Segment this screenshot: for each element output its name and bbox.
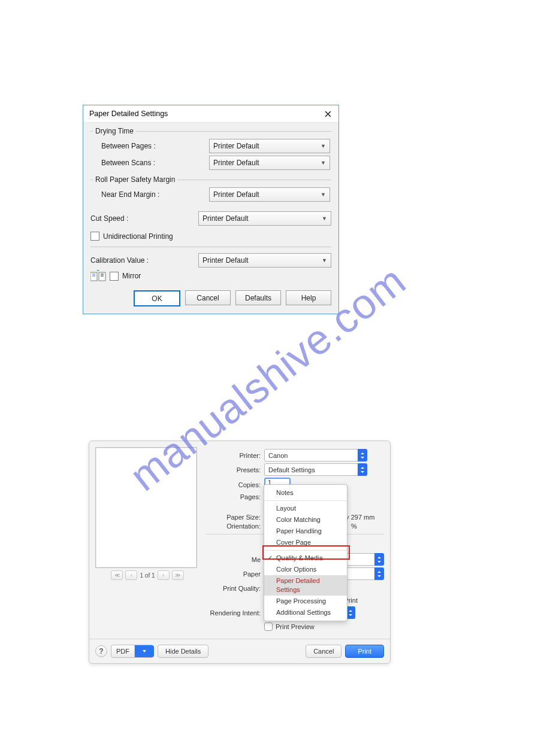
menu-item-page-processing[interactable]: Page Processing xyxy=(264,596,347,607)
printer-value: Canon xyxy=(268,452,288,459)
updown-icon xyxy=(358,449,367,462)
menu-item-cover-page[interactable]: Cover Page xyxy=(264,537,347,548)
unidirectional-label: Unidirectional Printing xyxy=(103,232,173,241)
print-preview-thumbnail xyxy=(95,447,197,568)
close-icon xyxy=(325,111,331,117)
roll-paper-legend: Roll Paper Safety Margin xyxy=(93,175,177,184)
menu-item-color-matching[interactable]: Color Matching xyxy=(264,514,347,526)
nav-first-button[interactable]: ≪ xyxy=(111,570,123,580)
orientation-label: Orientation: xyxy=(205,523,264,530)
svg-rect-0 xyxy=(90,272,97,281)
defaults-button[interactable]: Defaults xyxy=(235,290,281,305)
media-label: Me xyxy=(205,556,264,563)
quality-label: Print Quality: xyxy=(205,585,264,592)
copies-label: Copies: xyxy=(205,481,264,488)
updown-icon xyxy=(374,553,384,566)
mirror-icon xyxy=(90,270,106,282)
chevron-down-icon: ▼ xyxy=(321,143,326,149)
svg-rect-1 xyxy=(99,272,105,281)
preview-page-nav: ≪ ‹ 1 of 1 › ≫ xyxy=(95,570,200,580)
help-button[interactable]: Help xyxy=(286,290,331,305)
chevron-down-icon: ▼ xyxy=(322,257,327,263)
unidirectional-checkbox[interactable] xyxy=(90,232,99,241)
papersource-label: Paper xyxy=(205,570,264,578)
between-scans-label: Between Scans : xyxy=(92,159,209,167)
print-preview-label: Print Preview xyxy=(276,623,315,630)
menu-item-additional[interactable]: Additional Settings xyxy=(264,607,347,618)
print-preview-checkbox[interactable] xyxy=(264,623,273,631)
chevron-down-icon xyxy=(134,645,154,657)
near-end-margin-combo[interactable]: Printer Default ▼ xyxy=(209,187,330,202)
between-scans-value: Printer Default xyxy=(213,159,259,167)
near-end-margin-value: Printer Default xyxy=(213,190,259,199)
print-button[interactable]: Print xyxy=(345,645,384,658)
panel-dropdown-menu: Notes Layout Color Matching Paper Handli… xyxy=(264,484,347,621)
menu-item-paper-detailed[interactable]: Paper Detailed Settings xyxy=(264,575,347,596)
calibration-combo[interactable]: Printer Default ▼ xyxy=(198,253,331,268)
updown-icon xyxy=(374,567,384,580)
ok-button[interactable]: OK xyxy=(134,290,180,306)
menu-item-notes[interactable]: Notes xyxy=(264,487,347,499)
near-end-margin-label: Near End Margin : xyxy=(92,190,209,199)
printer-select[interactable]: Canon xyxy=(264,449,367,462)
help-button[interactable]: ? xyxy=(95,645,107,657)
papersize-label: Paper Size: xyxy=(205,514,264,521)
presets-label: Presets: xyxy=(205,466,264,473)
calibration-label: Calibration Value : xyxy=(90,256,198,265)
titlebar: Paper Detailed Settings xyxy=(83,105,338,123)
cut-speed-combo[interactable]: Printer Default ▼ xyxy=(198,211,331,226)
between-scans-combo[interactable]: Printer Default ▼ xyxy=(209,156,330,170)
dialog-title: Paper Detailed Settings xyxy=(89,110,168,118)
printer-label: Printer: xyxy=(205,452,264,459)
menu-item-layout[interactable]: Layout xyxy=(264,503,347,514)
between-pages-combo[interactable]: Printer Default ▼ xyxy=(209,139,330,153)
pages-label: Pages: xyxy=(205,493,264,500)
cut-speed-label: Cut Speed : xyxy=(90,214,198,223)
pdf-dropdown[interactable]: PDF xyxy=(111,645,154,658)
orientation-suffix: % xyxy=(351,523,357,530)
paper-detailed-settings-dialog: Paper Detailed Settings Drying Time Betw… xyxy=(83,105,339,314)
page-indicator: 1 of 1 xyxy=(140,572,155,579)
nav-prev-button[interactable]: ‹ xyxy=(125,570,137,580)
chevron-down-icon: ▼ xyxy=(321,192,326,198)
calibration-value: Printer Default xyxy=(202,256,249,265)
cut-speed-value: Printer Default xyxy=(202,214,249,223)
roll-paper-group: Roll Paper Safety Margin Near End Margin… xyxy=(90,180,331,207)
between-pages-label: Between Pages : xyxy=(92,142,209,150)
menu-item-color-options[interactable]: Color Options xyxy=(264,564,347,575)
presets-select[interactable]: Default Settings xyxy=(264,463,367,476)
menu-item-quality-media[interactable]: Quality & Media xyxy=(264,552,347,564)
cancel-button[interactable]: Cancel xyxy=(185,290,231,305)
chevron-down-icon: ▼ xyxy=(321,160,326,166)
chevron-down-icon: ▼ xyxy=(322,215,327,221)
drying-time-legend: Drying Time xyxy=(93,127,136,135)
drying-time-group: Drying Time Between Pages : Printer Defa… xyxy=(90,131,331,175)
nav-next-button[interactable]: › xyxy=(158,570,170,580)
pdf-label: PDF xyxy=(111,648,134,655)
hide-details-button[interactable]: Hide Details xyxy=(158,645,208,658)
between-pages-value: Printer Default xyxy=(213,142,259,150)
macos-print-dialog: ≪ ‹ 1 of 1 › ≫ Printer: Canon Presets: D… xyxy=(89,441,391,664)
close-button[interactable] xyxy=(319,107,336,120)
presets-value: Default Settings xyxy=(268,466,315,473)
menu-item-paper-handling[interactable]: Paper Handling xyxy=(264,526,347,537)
rendering-label: Rendering Intent: xyxy=(205,609,264,617)
mirror-checkbox[interactable] xyxy=(110,272,119,281)
cancel-button[interactable]: Cancel xyxy=(306,645,341,658)
nav-last-button[interactable]: ≫ xyxy=(172,570,184,580)
mirror-label: Mirror xyxy=(122,272,141,280)
updown-icon xyxy=(358,463,367,476)
